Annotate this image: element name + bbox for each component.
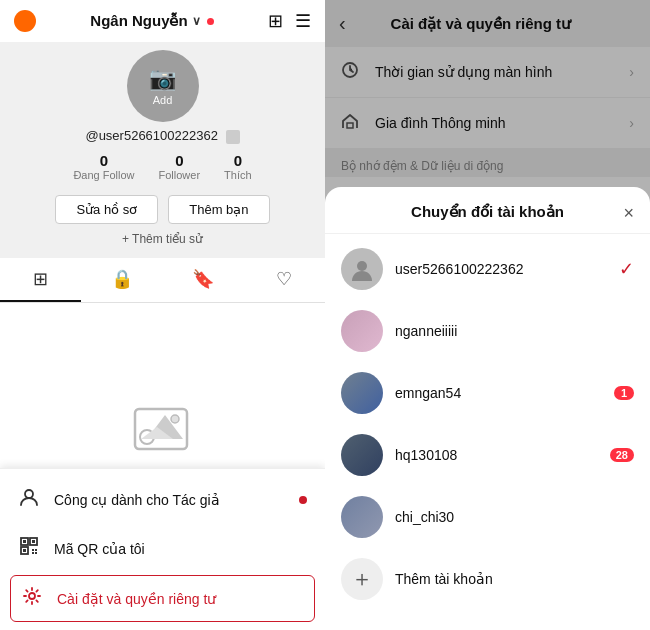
account-avatar-5 xyxy=(341,496,383,538)
account-item-5[interactable]: chi_chi30 xyxy=(325,486,650,548)
svg-rect-13 xyxy=(35,549,37,551)
account-avatar-4 xyxy=(341,434,383,476)
menu-item-settings[interactable]: Cài đặt và quyền riêng tư xyxy=(10,575,315,622)
notification-dot xyxy=(207,18,214,25)
action-buttons: Sửa hồ sơ Thêm bạn xyxy=(55,195,269,224)
svg-rect-14 xyxy=(32,552,34,554)
account-item-4[interactable]: hq130108 28 xyxy=(325,424,650,486)
tab-private[interactable]: 🔒 xyxy=(81,258,162,302)
add-friend-button[interactable]: Thêm bạn xyxy=(168,195,269,224)
svg-rect-12 xyxy=(32,549,34,551)
stat-following: 0 Đang Follow xyxy=(73,152,134,181)
account-item-3[interactable]: emngan54 1 xyxy=(325,362,650,424)
account-avatar-2 xyxy=(341,310,383,352)
svg-rect-11 xyxy=(23,549,26,552)
modal-header: Chuyển đổi tài khoản × xyxy=(325,203,650,234)
account-name-5: chi_chi30 xyxy=(395,509,634,525)
add-account-icon: ＋ xyxy=(341,558,383,600)
author-tools-dot xyxy=(299,496,307,504)
tab-liked[interactable]: ♡ xyxy=(244,258,325,302)
svg-rect-9 xyxy=(23,540,26,543)
right-panel: ‹ Cài đặt và quyền riêng tư Thời gian sử… xyxy=(325,0,650,630)
avatar[interactable]: 📷 Add xyxy=(127,50,199,122)
qr-icon xyxy=(226,130,240,144)
grid-icon[interactable]: ⊞ xyxy=(268,10,283,32)
photo-placeholder-icon xyxy=(133,405,193,455)
add-account-item[interactable]: ＋ Thêm tài khoản xyxy=(325,548,650,610)
account-name-1: user5266100222362 xyxy=(395,261,619,277)
svg-rect-10 xyxy=(32,540,35,543)
menu-item-author-tools[interactable]: Công cụ dành cho Tác giả xyxy=(0,475,325,524)
camera-icon: 📷 xyxy=(149,66,176,92)
top-bar-actions: ⊞ ☰ xyxy=(268,10,311,32)
profile-section: 📷 Add @user5266100222362 0 Đang Follow 0… xyxy=(0,42,325,258)
account-avatar-3 xyxy=(341,372,383,414)
username-area[interactable]: Ngân Nguyễn ∨ xyxy=(90,12,213,30)
chevron-down-icon: ∨ xyxy=(192,14,201,28)
modal-title: Chuyển đổi tài khoản xyxy=(411,203,564,221)
badge-28: 28 xyxy=(610,448,634,462)
author-tools-label: Công cụ dành cho Tác giả xyxy=(54,492,285,508)
author-tools-icon xyxy=(18,487,40,512)
modal-overlay: Chuyển đổi tài khoản × user5266100222362… xyxy=(325,0,650,630)
badge-1: 1 xyxy=(614,386,634,400)
followers-label: Follower xyxy=(159,169,201,181)
bottom-menu: Công cụ dành cho Tác giả Mã QR của tôi C… xyxy=(0,468,325,630)
account-avatar-1 xyxy=(341,248,383,290)
add-bio-link[interactable]: + Thêm tiểu sử xyxy=(122,232,203,246)
checkmark-icon: ✓ xyxy=(619,258,634,280)
profile-tabs: ⊞ 🔒 🔖 ♡ xyxy=(0,258,325,303)
account-item-1[interactable]: user5266100222362 ✓ xyxy=(325,238,650,300)
edit-profile-button[interactable]: Sửa hồ sơ xyxy=(55,195,158,224)
qr-label: Mã QR của tôi xyxy=(54,541,307,557)
following-count: 0 xyxy=(100,152,108,169)
top-bar: Ngân Nguyễn ∨ ⊞ ☰ xyxy=(0,0,325,42)
account-item-2[interactable]: nganneiiiii xyxy=(325,300,650,362)
user-handle: @user5266100222362 xyxy=(85,128,239,144)
svg-rect-15 xyxy=(35,552,37,554)
account-name-4: hq130108 xyxy=(395,447,610,463)
account-name-2: nganneiiiii xyxy=(395,323,634,339)
menu-item-qr[interactable]: Mã QR của tôi xyxy=(0,524,325,573)
stat-followers: 0 Follower xyxy=(159,152,201,181)
stat-likes: 0 Thích xyxy=(224,152,252,181)
username-label: Ngân Nguyễn xyxy=(90,12,187,30)
likes-label: Thích xyxy=(224,169,252,181)
svg-point-5 xyxy=(25,490,33,498)
qr-code-icon xyxy=(18,536,40,561)
svg-point-16 xyxy=(29,593,35,599)
tab-saved[interactable]: 🔖 xyxy=(163,258,244,302)
tab-grid[interactable]: ⊞ xyxy=(0,258,81,302)
svg-point-4 xyxy=(171,415,179,423)
add-label: Add xyxy=(153,94,173,106)
followers-count: 0 xyxy=(175,152,183,169)
add-account-label: Thêm tài khoản xyxy=(395,571,634,587)
settings-icon xyxy=(21,586,43,611)
svg-point-22 xyxy=(357,261,367,271)
stats-row: 0 Đang Follow 0 Follower 0 Thích xyxy=(73,152,251,181)
settings-label: Cài đặt và quyền riêng tư xyxy=(57,591,304,607)
modal-close-button[interactable]: × xyxy=(623,203,634,224)
orange-avatar[interactable] xyxy=(14,10,36,32)
likes-count: 0 xyxy=(234,152,242,169)
modal-sheet: Chuyển đổi tài khoản × user5266100222362… xyxy=(325,187,650,630)
left-panel: Ngân Nguyễn ∨ ⊞ ☰ 📷 Add @user52661002223… xyxy=(0,0,325,630)
account-name-3: emngan54 xyxy=(395,385,614,401)
menu-icon[interactable]: ☰ xyxy=(295,10,311,32)
following-label: Đang Follow xyxy=(73,169,134,181)
